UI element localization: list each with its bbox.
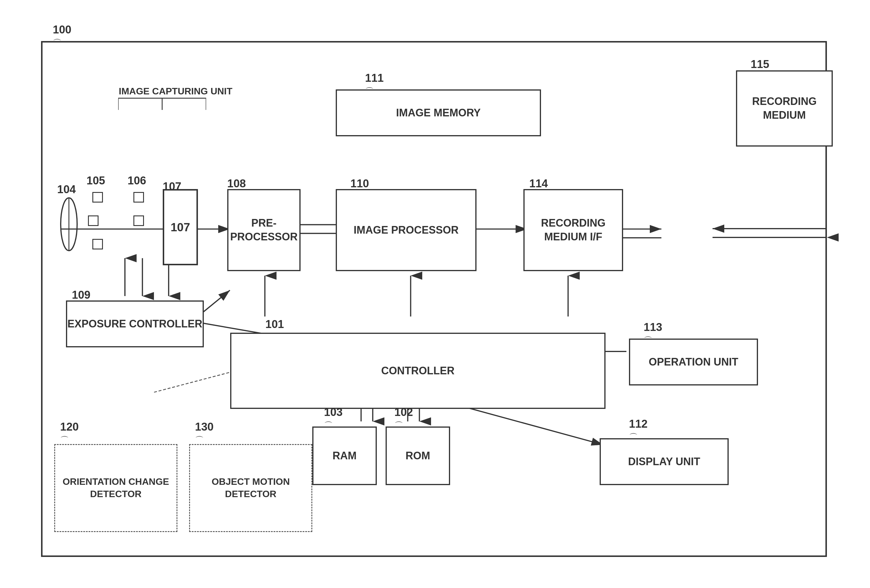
main-system-box: 111⌒ IMAGE MEMORY IMAGE CAPTURING UNIT 1…	[41, 41, 827, 557]
controller-box: CONTROLLER	[230, 333, 605, 409]
image-memory-box: IMAGE MEMORY	[336, 89, 541, 136]
rom-box: ROM	[386, 426, 450, 485]
ref-106: 106	[128, 174, 146, 187]
image-processor-box: IMAGE PROCESSOR	[336, 189, 477, 271]
exposure-controller-box: EXPOSURE CONTROLLER	[66, 301, 204, 347]
ref-104: 104	[57, 183, 76, 196]
svg-line-26	[198, 322, 265, 334]
ref-110: 110	[350, 177, 369, 190]
ref-108: 108	[227, 177, 246, 190]
ram-box: RAM	[312, 426, 377, 485]
image-sensor-box: 107	[163, 189, 198, 265]
orientation-change-detector-box: ORIENTATION CHANGE DETECTOR	[54, 444, 177, 532]
ref-109: 109	[72, 289, 90, 301]
pre-processor-box: PRE- PROCESSOR	[227, 189, 301, 271]
recording-medium-box: RECORDING MEDIUM	[736, 70, 833, 147]
sensor-sq-3	[92, 239, 103, 249]
sensor-sq-5	[133, 216, 144, 226]
display-unit-box: DISPLAY UNIT	[600, 438, 728, 485]
ref-120: 120⌒	[60, 421, 79, 447]
ref-105: 105	[86, 174, 105, 187]
ref-114: 114	[529, 177, 548, 190]
recording-medium-if-box: RECORDING MEDIUM I/F	[523, 189, 623, 271]
operation-unit-box: OPERATION UNIT	[629, 339, 758, 386]
ref-130: 130⌒	[195, 421, 213, 447]
sensor-sq-1	[92, 192, 103, 202]
sensor-sq-4	[133, 192, 144, 202]
diagram-container: 100 ⌒	[24, 24, 845, 569]
sensor-sq-2	[88, 216, 98, 226]
object-motion-detector-box: OBJECT MOTION DETECTOR	[189, 444, 312, 532]
